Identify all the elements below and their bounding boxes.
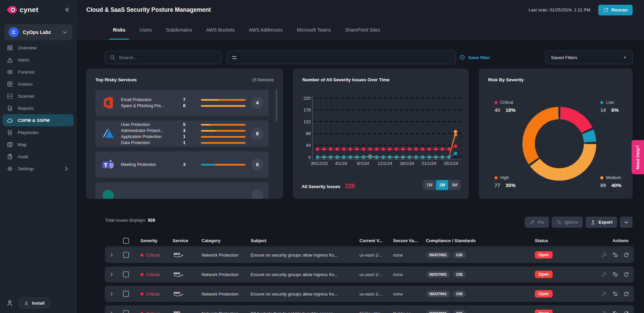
gear-icon — [7, 166, 13, 172]
sidebar-item-scanner[interactable]: Scanner — [3, 90, 74, 102]
row-checkbox[interactable] — [123, 271, 129, 277]
sidebar-item-reports[interactable]: Reports — [3, 102, 74, 114]
ignore-button[interactable]: Ignore — [552, 217, 583, 228]
row-checkbox[interactable] — [123, 291, 129, 297]
save-filter-label: Save filter — [468, 55, 490, 60]
tab-subdomains[interactable]: Subdomains — [162, 20, 196, 39]
current-value-cell: us-east-1/... — [353, 292, 386, 297]
alert-icon — [7, 57, 13, 63]
row-expander-icon[interactable] — [109, 272, 114, 277]
filter-input[interactable] — [226, 51, 456, 64]
table-row[interactable]: CriticalawsNetwork ProtectionEnsure no s… — [105, 286, 634, 302]
svg-text:4/1/24: 4/1/24 — [335, 161, 347, 166]
row-ignore-icon[interactable] — [612, 291, 618, 297]
severity-label: Critical — [146, 292, 160, 297]
status-badge: Open — [535, 271, 553, 278]
risk-by-severity-card: Risk By Severity Critical4018%Low146%Med… — [479, 69, 633, 199]
tab-microsoft-teams[interactable]: Microsoft Teams — [293, 20, 335, 39]
saved-filters-select[interactable]: Saved Filters — [545, 51, 633, 64]
issues-over-time-card: Number of All Severity Issues Over Time … — [293, 69, 469, 199]
need-help-tab[interactable]: Need Help? — [632, 140, 644, 174]
select-all-checkbox[interactable] — [123, 238, 129, 244]
legend-percent: 6% — [611, 107, 619, 113]
sidebar-item-settings[interactable]: Settings — [3, 163, 74, 175]
tab-users[interactable]: Users — [136, 20, 156, 39]
sidebar-item-cspm-sspm[interactable]: CSPM & SSPM — [3, 114, 74, 126]
status-cell: Open — [528, 290, 585, 298]
row-rescan-icon[interactable] — [623, 310, 629, 313]
table-row[interactable]: CriticalawsNetwork ProtectionEnsure no s… — [105, 247, 634, 263]
tab-aws-buckets[interactable]: AWS Buckets — [203, 20, 239, 39]
tab-sharepoint-sites[interactable]: SharePoint Sites — [341, 20, 384, 39]
column-header-category: Category — [195, 238, 244, 243]
row-rescan-icon[interactable] — [623, 271, 629, 277]
row-ignore-icon[interactable] — [612, 271, 618, 277]
row-checkbox[interactable] — [123, 310, 129, 313]
ignore-label: Ignore — [565, 220, 578, 225]
range-1m-button[interactable]: 1M — [436, 180, 448, 190]
card-scrollbar[interactable] — [276, 90, 277, 122]
row-expander-icon[interactable] — [109, 291, 114, 297]
protection-count: 3 — [183, 162, 201, 167]
protection-name: Meeting Protection — [121, 162, 183, 167]
sidebar-item-label: CSPM & SSPM — [18, 118, 70, 123]
user-profile-icon[interactable] — [6, 299, 13, 307]
status-badge: Open — [535, 251, 553, 259]
row-fix-icon[interactable] — [601, 310, 607, 313]
table-row[interactable]: CriticalawsNetwork ProtectionEnsure no s… — [105, 266, 634, 282]
compliance-badge: ISO27001 — [426, 252, 450, 258]
legend-dot — [600, 101, 603, 104]
clipboard-icon — [7, 153, 13, 160]
rescan-button[interactable]: Rescan — [598, 5, 633, 15]
legend-percent: 35% — [506, 182, 516, 188]
svg-text:44: 44 — [306, 143, 311, 148]
sidebar-item-actions[interactable]: Actions — [3, 78, 74, 90]
range-1w-button[interactable]: 1W — [423, 180, 436, 190]
row-ignore-icon[interactable] — [612, 252, 618, 258]
row-fix-icon[interactable] — [601, 252, 607, 258]
sidebar-item-overview[interactable]: Overview — [3, 42, 74, 54]
svg-text:aws: aws — [174, 310, 180, 313]
save-filter-button[interactable]: Save filter — [459, 51, 490, 64]
search-input[interactable] — [119, 55, 217, 60]
sidebar-item-forensic[interactable]: Forensic — [3, 66, 74, 78]
chevron-down-icon — [62, 29, 68, 35]
fix-button[interactable]: Fix — [525, 217, 549, 228]
svg-text:0: 0 — [308, 155, 311, 160]
tab-risks[interactable]: Risks — [109, 20, 129, 39]
sidebar-nav: OverviewAlertsForensicActionsScannerRepo… — [0, 42, 76, 175]
sidebar-item-playbooks[interactable]: Playbooks — [3, 126, 74, 138]
collapse-sidebar-icon[interactable] — [63, 6, 70, 13]
protection-name: User Protection — [121, 122, 183, 127]
row-checkbox[interactable] — [123, 252, 129, 258]
sidebar-item-alerts[interactable]: Alerts — [3, 54, 74, 66]
row-ignore-icon[interactable] — [612, 310, 618, 313]
subject-cell: S3 buckets that do not block public acce… — [244, 311, 353, 313]
install-button[interactable]: Install — [19, 298, 50, 308]
sidebar-item-audit[interactable]: Audit — [3, 150, 74, 163]
svg-text:88: 88 — [306, 131, 311, 136]
row-rescan-icon[interactable] — [623, 291, 629, 297]
row-rescan-icon[interactable] — [623, 252, 629, 258]
row-fix-icon[interactable] — [601, 291, 607, 297]
status-cell: Open — [528, 271, 585, 278]
secure-value-cell: none — [386, 253, 419, 258]
row-fix-icon[interactable] — [601, 271, 607, 277]
export-button[interactable]: Export — [586, 217, 617, 228]
column-header-status: Status — [528, 238, 585, 243]
table-row[interactable]: CriticalawsNetwork ProtectionS3 buckets … — [105, 305, 634, 313]
tab-aws-addresses[interactable]: AWS Addresses — [245, 20, 287, 39]
legend-medium: Medium8940% — [600, 175, 621, 188]
legend-count: 89 — [600, 182, 606, 188]
service-group-office365: Email Protection7Spam & Phishing Pre...6… — [95, 90, 269, 116]
toolbar-more-button[interactable] — [620, 217, 633, 228]
row-expander-icon[interactable] — [109, 252, 114, 258]
sidebar-item-label: Settings — [18, 166, 58, 171]
fix-label: Fix — [538, 220, 544, 225]
tenant-selector[interactable]: C CyOps Labz — [4, 24, 73, 40]
range-3m-button[interactable]: 3M — [448, 180, 461, 190]
protection-row: Spam & Phishing Pre...6 — [121, 103, 251, 109]
services-count: 15 Services — [252, 78, 274, 82]
row-expander-icon[interactable] — [109, 311, 114, 313]
sidebar-item-map[interactable]: Map — [3, 138, 74, 150]
